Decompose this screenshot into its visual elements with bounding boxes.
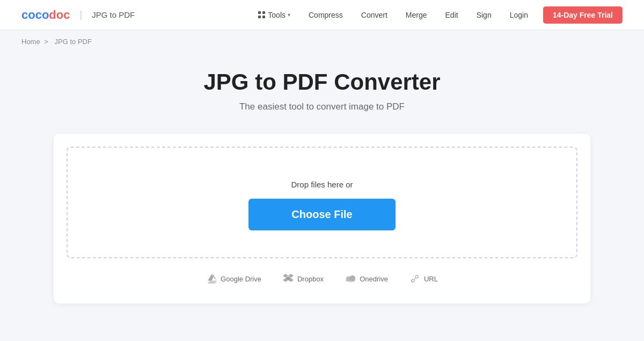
onedrive-label: Onedrive: [360, 275, 388, 283]
hero-section: JPG to PDF Converter The easiest tool to…: [0, 53, 644, 123]
dropbox-source[interactable]: Dropbox: [283, 273, 324, 284]
choose-file-button[interactable]: Choose File: [248, 199, 395, 230]
logo: cocodoc | JPG to PDF: [21, 8, 135, 22]
chevron-down-icon: ▾: [288, 12, 290, 18]
nav-merge[interactable]: Merge: [398, 8, 435, 23]
breadcrumb-separator: >: [44, 38, 48, 46]
nav-compress[interactable]: Compress: [301, 8, 350, 23]
nav-tools-label: Tools: [268, 11, 286, 19]
logo-separator: |: [79, 9, 82, 20]
onedrive-source[interactable]: Onedrive: [345, 273, 388, 284]
logo-text: cocodoc: [21, 8, 70, 22]
nav-edit[interactable]: Edit: [438, 8, 466, 23]
url-link-icon: [409, 273, 420, 284]
drop-area[interactable]: Drop files here or Choose File: [67, 147, 577, 258]
google-drive-label: Google Drive: [221, 275, 261, 283]
breadcrumb-home[interactable]: Home: [21, 38, 40, 46]
svg-point-6: [349, 275, 355, 281]
trial-button[interactable]: 14-Day Free Trial: [543, 6, 623, 24]
drop-text: Drop files here or: [291, 180, 353, 189]
cloud-sources: Google Drive Dropbox: [67, 258, 577, 291]
nav-tools[interactable]: Tools ▾: [251, 8, 298, 23]
main-nav: Tools ▾ Compress Convert Merge Edit Sign…: [251, 6, 623, 24]
nav-convert[interactable]: Convert: [354, 8, 395, 23]
logo-doc: doc: [49, 8, 70, 21]
google-drive-source[interactable]: Google Drive: [206, 273, 261, 284]
url-source[interactable]: URL: [409, 273, 438, 284]
nav-sign[interactable]: Sign: [469, 8, 499, 23]
grid-icon: [258, 11, 266, 19]
url-label: URL: [424, 275, 438, 283]
onedrive-icon: [345, 273, 356, 284]
upload-card: Drop files here or Choose File Google Dr…: [54, 134, 590, 303]
breadcrumb-current: JPG to PDF: [55, 38, 92, 46]
dropbox-label: Dropbox: [297, 275, 324, 283]
dropbox-icon: [283, 273, 294, 284]
google-drive-icon: [206, 273, 217, 284]
breadcrumb: Home > JPG to PDF: [0, 30, 644, 53]
page-title: JPG to PDF Converter: [11, 69, 633, 95]
page-subtitle: The easiest tool to convert image to PDF: [11, 101, 633, 112]
nav-login[interactable]: Login: [502, 8, 536, 23]
header: cocodoc | JPG to PDF Tools ▾ Compress Co…: [0, 0, 644, 30]
logo-coco: coco: [21, 8, 49, 21]
logo-page-name: JPG to PDF: [92, 10, 135, 19]
